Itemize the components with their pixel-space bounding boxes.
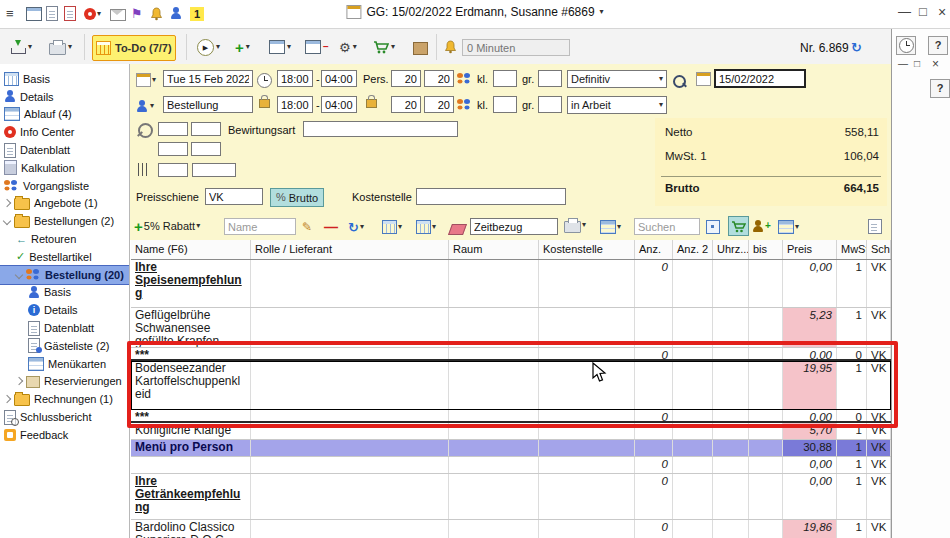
notes-button[interactable] bbox=[868, 217, 882, 235]
cell-sch[interactable]: VK bbox=[867, 423, 891, 439]
cell-sch[interactable]: VK bbox=[867, 410, 891, 421]
chevron-down-icon[interactable]: ▾ bbox=[600, 8, 604, 16]
order-persons-input[interactable] bbox=[391, 96, 421, 113]
cell-rolle-lieferant[interactable] bbox=[251, 410, 449, 421]
cell-name-f6[interactable]: Ihre Getränkeempfehlung bbox=[131, 474, 251, 519]
table-row[interactable]: Bodenseezander Kartoffelschuppenkleid19,… bbox=[131, 361, 891, 410]
todo-button[interactable]: To-Do (7/7) bbox=[92, 35, 176, 61]
cell-preis[interactable]: 19,95 bbox=[783, 361, 837, 409]
calendar-picker-button[interactable]: ▾ bbox=[136, 71, 156, 89]
cell-kostenstelle[interactable] bbox=[539, 457, 635, 473]
sidebar-item-basis[interactable]: Basis bbox=[0, 284, 129, 302]
table-row[interactable]: Menü pro Person30,881VK bbox=[131, 440, 891, 457]
cell-uhrz[interactable] bbox=[713, 410, 749, 421]
window-copy-icon[interactable] bbox=[26, 5, 42, 22]
refresh-button[interactable]: ↻▾ bbox=[348, 218, 364, 236]
cell-sch[interactable]: VK bbox=[867, 474, 891, 519]
person-icon[interactable] bbox=[170, 5, 182, 22]
table-row[interactable]: ***00,000VK bbox=[131, 410, 891, 423]
cell-raum[interactable] bbox=[449, 423, 539, 439]
cell-kostenstelle[interactable] bbox=[539, 423, 635, 439]
cell-preis[interactable]: 0,00 bbox=[783, 474, 837, 519]
cell-raum[interactable] bbox=[449, 410, 539, 421]
cell-mwst[interactable]: 1 bbox=[837, 260, 867, 307]
persons-input[interactable] bbox=[391, 70, 421, 87]
cell-mwst[interactable]: 1 bbox=[837, 308, 867, 347]
brutto-toggle-button[interactable]: % Brutto bbox=[270, 188, 324, 207]
cell-preis[interactable]: 0,00 bbox=[783, 457, 837, 473]
insert-row-above-button[interactable]: ▾ bbox=[382, 218, 402, 236]
cell-raum[interactable] bbox=[449, 440, 539, 456]
cell-rolle-lieferant[interactable] bbox=[251, 308, 449, 347]
sidebar-item-basis[interactable]: Basis bbox=[0, 70, 129, 88]
column-header-name-f6[interactable]: Name (F6) bbox=[131, 240, 251, 259]
eraser-button[interactable] bbox=[450, 220, 465, 238]
insert-row-below-button[interactable]: ▾ bbox=[416, 218, 436, 236]
sidebar-item-rechnungen-1[interactable]: Rechnungen (1) bbox=[0, 390, 129, 408]
status-select[interactable]: Definitiv▾ bbox=[567, 70, 667, 88]
edit-button[interactable]: ✎ bbox=[302, 218, 312, 236]
cell-raum[interactable] bbox=[449, 348, 539, 359]
time-from-input[interactable] bbox=[277, 70, 313, 87]
sidebar-item-bestellung-20[interactable]: Bestellung (20) bbox=[0, 266, 129, 284]
sidebar-item-g-steliste-2[interactable]: Gästeliste (2) bbox=[0, 337, 129, 355]
cell-kostenstelle[interactable] bbox=[539, 440, 635, 456]
cell-bis[interactable] bbox=[749, 423, 783, 439]
cell-bis[interactable] bbox=[749, 474, 783, 519]
cell-anz-2[interactable] bbox=[673, 440, 713, 456]
cell-name-f6[interactable]: Bardolino Classico Superiore D.O.C. bbox=[131, 520, 251, 538]
reminder-bell-icon[interactable] bbox=[441, 35, 460, 59]
print-button[interactable]: ▾ bbox=[46, 35, 75, 59]
cell-preis[interactable]: 0,00 bbox=[783, 260, 837, 307]
help-button[interactable]: ? bbox=[930, 79, 950, 98]
cell-bis[interactable] bbox=[749, 361, 783, 409]
column-header-preis[interactable]: Preis bbox=[783, 240, 837, 259]
cell-kostenstelle[interactable] bbox=[539, 260, 635, 307]
cell-sch[interactable]: VK bbox=[867, 260, 891, 307]
cell-rolle-lieferant[interactable] bbox=[251, 348, 449, 359]
cell-name-f6[interactable]: Bodenseezander Kartoffelschuppenkleid bbox=[131, 361, 251, 409]
cell-rolle-lieferant[interactable] bbox=[251, 474, 449, 519]
cell-rolle-lieferant[interactable] bbox=[251, 440, 449, 456]
cell-anz[interactable]: 0 bbox=[635, 457, 673, 473]
cell-sch[interactable]: VK bbox=[867, 348, 891, 359]
cell-bis[interactable] bbox=[749, 348, 783, 359]
column-header-uhrz[interactable]: Uhrz... bbox=[713, 240, 749, 259]
cell-bis[interactable] bbox=[749, 520, 783, 538]
sidebar-item-retouren[interactable]: ←Retouren bbox=[0, 230, 129, 248]
chevron-down-icon[interactable] bbox=[3, 217, 11, 225]
persons2-input[interactable] bbox=[424, 70, 454, 87]
order-time-to-input[interactable] bbox=[321, 96, 357, 113]
cart-filter-button[interactable] bbox=[728, 216, 749, 236]
small-field[interactable] bbox=[158, 163, 188, 177]
menu-icon[interactable]: ≡ bbox=[6, 5, 14, 22]
order-status-select[interactable]: in Arbeit▾ bbox=[567, 96, 667, 114]
cell-sch[interactable]: VK bbox=[867, 308, 891, 347]
maximize-icon[interactable]: □ bbox=[919, 5, 927, 18]
flag-icon[interactable]: ⚑ bbox=[131, 5, 143, 22]
cell-name-f6[interactable]: *** bbox=[131, 348, 251, 359]
table-row[interactable]: 00,001VK bbox=[131, 457, 891, 474]
cell-name-f6[interactable]: *** bbox=[131, 410, 251, 421]
lock-icon[interactable] bbox=[259, 99, 270, 108]
cell-kostenstelle[interactable] bbox=[539, 520, 635, 538]
column-header-sch[interactable]: Sch bbox=[867, 240, 891, 259]
cell-mwst[interactable]: 0 bbox=[837, 410, 867, 421]
sidebar-item-bestellartikel[interactable]: ✓Bestellartikel bbox=[0, 248, 129, 266]
sidebar-item-vorgangsliste[interactable]: Vorgangsliste bbox=[0, 177, 129, 195]
cell-anz-2[interactable] bbox=[673, 348, 713, 359]
sidebar-item-angebote-1[interactable]: Angebote (1) bbox=[0, 195, 129, 213]
calendar-icon[interactable] bbox=[696, 72, 711, 86]
sidebar-item-schlussbericht[interactable]: Schlussbericht bbox=[0, 408, 129, 426]
cell-anz-2[interactable] bbox=[673, 308, 713, 347]
order-name-input[interactable] bbox=[163, 96, 253, 113]
cell-uhrz[interactable] bbox=[713, 423, 749, 439]
kostenstelle-input[interactable] bbox=[416, 188, 566, 205]
sidebar-item-datenblatt[interactable]: Datenblatt bbox=[0, 141, 129, 159]
cell-rolle-lieferant[interactable] bbox=[251, 361, 449, 409]
document-blue-icon[interactable] bbox=[46, 5, 58, 22]
add-button[interactable]: +▾ bbox=[232, 35, 253, 59]
cell-anz[interactable]: 0 bbox=[635, 348, 673, 359]
order-person-button[interactable]: ▾ bbox=[136, 97, 154, 115]
table-row[interactable]: Königliche Klänge5,701VK bbox=[131, 423, 891, 440]
